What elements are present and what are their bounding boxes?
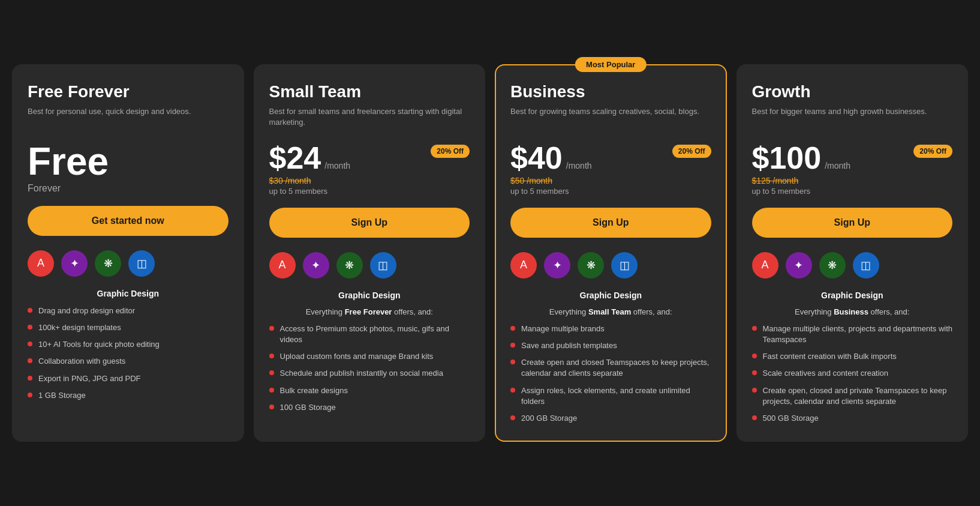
most-popular-badge: Most Popular — [575, 57, 646, 72]
features-section: Graphic DesignEverything Free Forever of… — [269, 291, 470, 413]
feature-item: Scale creatives and content creation — [752, 368, 953, 379]
price-section: $100/month$125 /monthup to 5 members20% … — [752, 142, 953, 196]
bullet-icon — [752, 388, 757, 393]
plan-description: Best for growing teams scaling creatives… — [510, 106, 711, 130]
features-category: Graphic Design — [752, 291, 953, 300]
cta-button[interactable]: Sign Up — [269, 208, 470, 238]
price-period: /month — [566, 161, 592, 170]
feature-item: Fast content creation with Bulk imports — [752, 351, 953, 362]
icon-1: ✦ — [303, 252, 329, 279]
bullet-icon — [752, 354, 757, 358]
icons-row: A✦❋◫ — [752, 252, 953, 279]
feature-text: Fast content creation with Bulk imports — [763, 351, 897, 362]
feature-item: Bulk create designs — [269, 385, 470, 396]
icons-row: A✦❋◫ — [510, 252, 711, 279]
features-section: Graphic DesignDrag and drop design edito… — [28, 289, 229, 401]
feature-item: Manage multiple brands — [510, 324, 711, 334]
feature-text: 10+ AI Tools for quick photo editing — [38, 339, 160, 350]
icon-2: ❋ — [95, 250, 121, 277]
bullet-icon — [28, 342, 32, 346]
features-list: Manage multiple clients, projects and de… — [752, 324, 953, 424]
features-list: Access to Premium stock photos, music, g… — [269, 324, 470, 413]
feature-item: Create open and closed Teamspaces to kee… — [510, 357, 711, 379]
price-original: $50 /month — [510, 176, 592, 185]
plan-description: Best for small teams and freelancers sta… — [269, 106, 470, 130]
feature-item: 500 GB Storage — [752, 413, 953, 424]
feature-text: Create open, closed and private Teamspac… — [763, 385, 953, 407]
icon-0: A — [269, 252, 296, 279]
price-label: Forever — [28, 183, 229, 194]
cta-button[interactable]: Sign Up — [752, 208, 953, 238]
feature-text: Assign roles, lock elements, and create … — [521, 385, 711, 407]
icon-0: A — [752, 252, 778, 279]
feature-text: Scale creatives and content creation — [763, 368, 889, 379]
price-amount: $40 — [510, 142, 563, 173]
plan-description: Best for personal use, quick design and … — [28, 106, 229, 130]
features-intro: Everything Free Forever offers, and: — [269, 307, 470, 316]
discount-badge: 20% Off — [672, 145, 711, 158]
feature-item: Upload custom fonts and manage Brand kit… — [269, 351, 470, 362]
pricing-grid: Free ForeverBest for personal use, quick… — [12, 64, 968, 442]
feature-item: Assign roles, lock elements, and create … — [510, 385, 711, 407]
features-category: Graphic Design — [510, 291, 711, 300]
icon-2: ❋ — [336, 252, 363, 279]
icon-3: ◫ — [611, 252, 638, 279]
feature-item: 1 GB Storage — [28, 390, 229, 401]
bullet-icon — [28, 376, 32, 381]
price-section: $24/month$30 /monthup to 5 members20% Of… — [269, 142, 470, 196]
feature-item: Access to Premium stock photos, music, g… — [269, 324, 470, 345]
price-members: up to 5 members — [269, 187, 351, 196]
bullet-icon — [28, 393, 32, 397]
feature-item: Drag and drop design editor — [28, 306, 229, 316]
feature-text: Upload custom fonts and manage Brand kit… — [280, 351, 434, 362]
bullet-icon — [510, 326, 515, 331]
price-original: $125 /month — [752, 176, 851, 185]
feature-item: Create open, closed and private Teamspac… — [752, 385, 953, 407]
bullet-icon — [510, 388, 515, 393]
feature-text: Export in PNG, JPG and PDF — [38, 373, 141, 384]
price-members: up to 5 members — [510, 187, 592, 196]
features-list: Drag and drop design editor100k+ design … — [28, 306, 229, 401]
bullet-icon — [269, 388, 274, 393]
cta-button[interactable]: Sign Up — [510, 208, 711, 238]
feature-text: Schedule and publish instantlly on socia… — [280, 368, 443, 379]
feature-text: Collaboration with guests — [38, 356, 125, 367]
bullet-icon — [752, 415, 757, 420]
plan-name: Free Forever — [28, 82, 229, 101]
plan-name: Growth — [752, 82, 953, 101]
icon-2: ❋ — [578, 252, 604, 279]
price-period: /month — [324, 161, 350, 170]
price-amount: $100 — [752, 142, 822, 173]
icon-1: ✦ — [544, 252, 570, 279]
plan-description: Best for bigger teams and high growth bu… — [752, 106, 953, 130]
price-section: $40/month$50 /monthup to 5 members20% Of… — [510, 142, 711, 196]
bullet-icon — [752, 326, 757, 331]
icon-3: ◫ — [128, 250, 155, 277]
bullet-icon — [510, 415, 515, 420]
feature-item: Export in PNG, JPG and PDF — [28, 373, 229, 384]
features-section: Graphic DesignEverything Business offers… — [752, 291, 953, 424]
plan-card-free: Free ForeverBest for personal use, quick… — [12, 64, 244, 442]
feature-text: Create open and closed Teamspaces to kee… — [521, 357, 711, 379]
features-category: Graphic Design — [269, 291, 470, 300]
features-section: Graphic DesignEverything Small Team offe… — [510, 291, 711, 424]
feature-text: Manage multiple brands — [521, 324, 605, 334]
cta-button[interactable]: Get started now — [28, 206, 229, 236]
feature-item: 10+ AI Tools for quick photo editing — [28, 339, 229, 350]
feature-item: 100k+ design templates — [28, 322, 229, 333]
feature-text: Access to Premium stock photos, music, g… — [280, 324, 470, 345]
feature-text: 200 GB Storage — [521, 413, 577, 424]
feature-item: Save and publish templates — [510, 340, 711, 351]
bullet-icon — [269, 370, 274, 375]
plan-name: Business — [510, 82, 711, 101]
feature-item: Schedule and publish instantlly on socia… — [269, 368, 470, 379]
discount-badge: 20% Off — [431, 145, 470, 158]
bullet-icon — [269, 405, 274, 409]
bullet-icon — [28, 308, 32, 313]
price-original: $30 /month — [269, 176, 351, 185]
bullet-icon — [510, 360, 515, 364]
bullet-icon — [510, 343, 515, 348]
features-list: Manage multiple brandsSave and publish t… — [510, 324, 711, 424]
icons-row: A✦❋◫ — [28, 250, 229, 277]
icon-1: ✦ — [61, 250, 88, 277]
